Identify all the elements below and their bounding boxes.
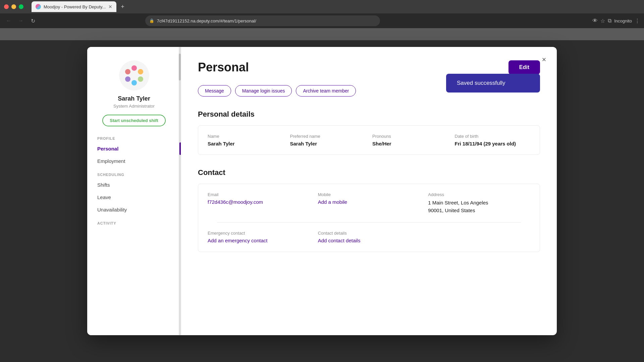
- profile-section-label: PROFILE: [87, 136, 181, 140]
- name-value: Sarah Tyler: [208, 141, 283, 146]
- field-preferred-name: Preferred name Sarah Tyler: [290, 134, 366, 146]
- field-dob: Date of birth Fri 18/11/94 (29 years old…: [455, 134, 531, 146]
- name-label: Name: [208, 134, 283, 139]
- sidebar-item-personal[interactable]: Personal: [87, 142, 181, 155]
- page-header: Personal Edit: [198, 60, 540, 74]
- svg-point-6: [125, 69, 130, 74]
- svg-point-1: [131, 65, 137, 71]
- url-bar[interactable]: 🔒 7cf47d19112152.na.deputy.com/#/team/1/…: [145, 15, 380, 26]
- add-emergency-contact-link[interactable]: Add an emergency contact: [208, 238, 267, 243]
- sidebar-item-leave[interactable]: Leave: [87, 191, 181, 203]
- browser-chrome: Moodjoy - Powered By Deputy... ✕ + ← → ↻…: [0, 0, 644, 28]
- svg-point-2: [138, 69, 143, 74]
- address-label: Address: [428, 192, 530, 197]
- start-shift-button[interactable]: Start unscheduled shift: [102, 115, 165, 126]
- message-button[interactable]: Message: [198, 85, 231, 97]
- sidebar-item-shifts-label: Shifts: [97, 182, 110, 188]
- sidebar-item-leave-label: Leave: [97, 194, 111, 200]
- preferred-name-value: Sarah Tyler: [290, 141, 366, 146]
- lock-icon: 🔒: [149, 18, 154, 23]
- window-controls: [4, 4, 23, 9]
- page-title: Personal: [198, 60, 249, 74]
- sidebar-item-personal-label: Personal: [97, 146, 118, 152]
- browser-toolbar: ← → ↻ 🔒 7cf47d19112152.na.deputy.com/#/t…: [0, 13, 644, 28]
- pronouns-label: Pronouns: [372, 134, 448, 139]
- dob-label: Date of birth: [455, 134, 531, 139]
- menu-icon[interactable]: ⋮: [635, 18, 640, 24]
- sidebar-item-employment-label: Employment: [97, 158, 125, 164]
- mobile-label: Mobile: [318, 192, 420, 197]
- close-button[interactable]: ×: [538, 54, 550, 66]
- modal-dialog: Sarah Tyler System Administrator Start u…: [87, 47, 557, 335]
- browser-actions: 👁 ☆ ⧉ Incognito ⋮: [592, 18, 640, 24]
- sidebar-user-name: Sarah Tyler: [118, 95, 150, 102]
- incognito-label: Incognito: [614, 18, 632, 23]
- window-close-btn[interactable]: [4, 4, 9, 9]
- avatar: [119, 60, 149, 90]
- field-emergency-contact: Emergency contact Add an emergency conta…: [208, 231, 310, 244]
- tab-bar: Moodjoy - Powered By Deputy... ✕ +: [29, 1, 130, 13]
- field-name: Name Sarah Tyler: [208, 134, 283, 146]
- extensions-icon[interactable]: ⧉: [608, 18, 611, 24]
- sidebar-scrollbar-thumb: [179, 54, 181, 80]
- dob-value: Fri 18/11/94 (29 years old): [455, 141, 531, 146]
- contact-row-1: Email f72d436c@moodjoy.com Mobile Add a …: [208, 192, 530, 214]
- activity-section-label: ACTIVITY: [87, 221, 181, 225]
- svg-point-5: [125, 76, 130, 82]
- contact-details-label: Contact details: [318, 231, 420, 236]
- window-maximize-btn[interactable]: [19, 4, 23, 9]
- personal-details-card: Name Sarah Tyler Preferred name Sarah Ty…: [198, 125, 540, 155]
- sidebar: Sarah Tyler System Administrator Start u…: [87, 47, 181, 335]
- browser-tab[interactable]: Moodjoy - Powered By Deputy... ✕: [32, 1, 116, 12]
- field-contact-details: Contact details Add contact details: [318, 231, 420, 244]
- refresh-btn[interactable]: ↻: [28, 16, 38, 25]
- svg-point-4: [131, 80, 137, 85]
- titlebar: Moodjoy - Powered By Deputy... ✕ +: [0, 0, 644, 13]
- manage-login-button[interactable]: Manage login issues: [235, 85, 292, 97]
- add-contact-details-link[interactable]: Add contact details: [318, 238, 361, 243]
- preferred-name-label: Preferred name: [290, 134, 366, 139]
- sidebar-item-employment[interactable]: Employment: [87, 155, 181, 167]
- svg-point-3: [138, 76, 143, 82]
- tab-favicon: [36, 4, 41, 9]
- contact-divider: [217, 222, 521, 223]
- contact-heading: Contact: [198, 168, 540, 177]
- field-address: Address 1 Main Street, Los Angeles90001,…: [428, 192, 530, 214]
- new-tab-btn[interactable]: +: [118, 2, 127, 11]
- field-pronouns: Pronouns She/Her: [372, 134, 448, 146]
- back-btn[interactable]: ←: [4, 16, 13, 25]
- contact-card: Email f72d436c@moodjoy.com Mobile Add a …: [198, 184, 540, 252]
- archive-team-member-button[interactable]: Archive team member: [296, 85, 356, 97]
- pronouns-value: She/Her: [372, 141, 448, 146]
- sidebar-item-unavailability[interactable]: Unavailability: [87, 203, 181, 216]
- field-mobile: Mobile Add a mobile: [318, 192, 420, 214]
- window-minimize-btn[interactable]: [11, 4, 16, 9]
- sidebar-item-unavailability-label: Unavailability: [97, 207, 127, 213]
- address-value: 1 Main Street, Los Angeles90001, United …: [428, 199, 530, 214]
- field-email: Email f72d436c@moodjoy.com: [208, 192, 310, 214]
- edit-button[interactable]: Edit: [508, 60, 540, 74]
- svg-point-0: [119, 60, 149, 90]
- emergency-contact-label: Emergency contact: [208, 231, 310, 236]
- star-icon[interactable]: ☆: [600, 18, 605, 24]
- personal-details-grid: Name Sarah Tyler Preferred name Sarah Ty…: [208, 134, 530, 146]
- sidebar-item-shifts[interactable]: Shifts: [87, 179, 181, 191]
- main-content: × Personal Edit Saved successfully Messa…: [181, 47, 557, 335]
- page-overlay: Sarah Tyler System Administrator Start u…: [0, 40, 644, 362]
- add-mobile-link[interactable]: Add a mobile: [318, 199, 347, 205]
- toast-message: Saved successfully: [457, 80, 505, 86]
- personal-details-heading: Personal details: [198, 110, 540, 119]
- field-contact-empty: [428, 231, 530, 244]
- tab-close-btn[interactable]: ✕: [108, 4, 112, 9]
- eye-slash-icon: 👁: [592, 18, 598, 24]
- forward-btn[interactable]: →: [16, 16, 25, 25]
- tab-title: Moodjoy - Powered By Deputy...: [44, 4, 106, 9]
- contact-row-2: Emergency contact Add an emergency conta…: [208, 231, 530, 244]
- sidebar-user-role: System Administrator: [113, 104, 155, 109]
- success-toast: Saved successfully: [446, 74, 540, 93]
- email-label: Email: [208, 192, 310, 197]
- scheduling-section-label: SCHEDULING: [87, 173, 181, 177]
- email-value[interactable]: f72d436c@moodjoy.com: [208, 199, 263, 205]
- url-text: 7cf47d19112152.na.deputy.com/#/team/1/pe…: [157, 18, 256, 23]
